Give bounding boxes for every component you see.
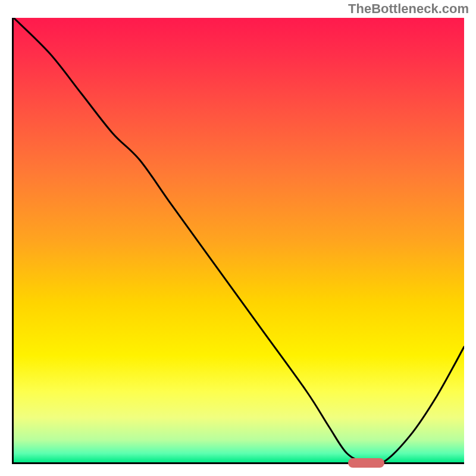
watermark-text: TheBottleneck.com xyxy=(348,1,469,17)
curve-layer xyxy=(14,18,464,462)
plot-area xyxy=(12,18,464,464)
bottleneck-curve xyxy=(14,18,464,462)
optimal-marker xyxy=(348,458,384,468)
